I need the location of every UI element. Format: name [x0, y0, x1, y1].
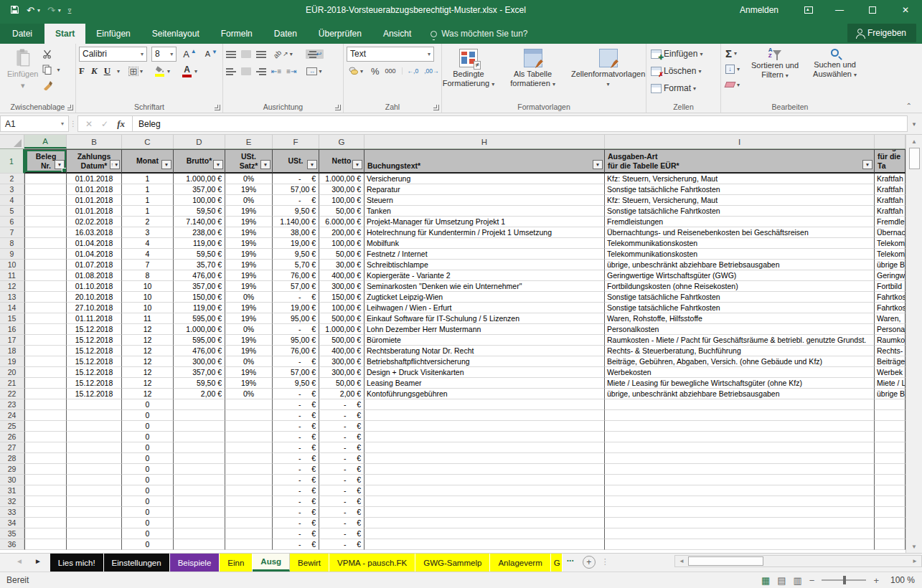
column-header-partial[interactable]: [875, 135, 905, 148]
cell[interactable]: 9,50 €: [273, 378, 319, 389]
cell[interactable]: [24, 518, 67, 528]
cell[interactable]: [24, 464, 67, 475]
cell[interactable]: [24, 249, 67, 260]
cell[interactable]: 19%: [225, 206, 273, 217]
cell[interactable]: Kraftfah: [875, 195, 905, 206]
cell[interactable]: [875, 539, 905, 550]
cell[interactable]: 595,00 €: [174, 335, 225, 346]
cell[interactable]: [225, 421, 273, 432]
row-header-13[interactable]: 13: [0, 292, 24, 303]
cell[interactable]: [67, 399, 122, 410]
filter-button-icon[interactable]: ▼: [862, 160, 872, 169]
cell[interactable]: 20.10.2018: [67, 292, 122, 303]
row-header-29[interactable]: 29: [0, 464, 24, 475]
new-sheet-button[interactable]: +: [583, 556, 596, 569]
cell[interactable]: 02.02.2018: [67, 217, 122, 227]
cell[interactable]: 01.01.2018: [67, 174, 122, 184]
cell[interactable]: 0%: [225, 174, 273, 184]
sheet-tab-einstellungen[interactable]: Einstellungen: [104, 554, 170, 572]
row-header-31[interactable]: 31: [0, 485, 24, 496]
cell[interactable]: [24, 324, 67, 335]
cell[interactable]: 238,00 €: [174, 227, 225, 238]
row-header-26[interactable]: 26: [0, 432, 24, 442]
cell[interactable]: 12: [122, 367, 174, 378]
cell[interactable]: 0: [122, 507, 174, 518]
cell[interactable]: [174, 421, 225, 432]
conditional-formatting-button[interactable]: ≠ BedingteFormatierung ▾: [438, 46, 499, 101]
cell[interactable]: [225, 432, 273, 442]
cell[interactable]: [875, 453, 905, 464]
cell[interactable]: 01.01.2018: [67, 184, 122, 195]
row-header-11[interactable]: 11: [0, 270, 24, 281]
insert-cells-button[interactable]: ✚Einfügen▾: [649, 47, 718, 61]
cell[interactable]: [174, 507, 225, 518]
cell[interactable]: 15.12.2018: [67, 324, 122, 335]
row-header-28[interactable]: 28: [0, 453, 24, 464]
font-dialog-launcher[interactable]: [215, 105, 220, 110]
cell[interactable]: 1.000,00 €: [174, 174, 225, 184]
cell[interactable]: Fahrtkos: [875, 292, 905, 303]
cell[interactable]: 01.04.2018: [67, 238, 122, 249]
cell[interactable]: [875, 507, 905, 518]
cell[interactable]: 19,00 €: [273, 238, 319, 249]
cell[interactable]: Schreibtischlampe: [364, 260, 605, 270]
cell[interactable]: [24, 432, 67, 442]
cell[interactable]: [174, 485, 225, 496]
cell[interactable]: 19%: [225, 227, 273, 238]
cell[interactable]: Fahrtkos: [875, 303, 905, 313]
comma-style-icon[interactable]: 000: [385, 67, 396, 75]
row-header-22[interactable]: 22: [0, 389, 24, 399]
format-painter-icon[interactable]: [42, 79, 60, 92]
cell[interactable]: [67, 410, 122, 421]
column-header-H[interactable]: H: [364, 135, 605, 148]
row-header-17[interactable]: 17: [0, 335, 24, 346]
row-header-35[interactable]: 35: [0, 528, 24, 539]
tab-daten[interactable]: Daten: [263, 24, 308, 44]
cell[interactable]: Seminarkosten "Denken wie ein Unternehme…: [364, 281, 605, 292]
cell[interactable]: 357,00 €: [174, 367, 225, 378]
cell[interactable]: 16.03.2018: [67, 227, 122, 238]
row-header-19[interactable]: 19: [0, 356, 24, 367]
cell[interactable]: übrige B: [875, 260, 905, 270]
cell[interactable]: - €: [273, 442, 319, 453]
vertical-scroll-thumb[interactable]: [909, 148, 920, 169]
cell[interactable]: 19%: [225, 303, 273, 313]
cell[interactable]: Geringwertige Wirtschaftsgüter (GWG): [605, 270, 875, 281]
cell[interactable]: [174, 496, 225, 507]
minimize-button[interactable]: —: [823, 0, 856, 20]
cell[interactable]: - €: [319, 442, 364, 453]
horizontal-scrollbar[interactable]: ◄ ►: [674, 555, 922, 567]
cell[interactable]: [225, 485, 273, 496]
cell[interactable]: [24, 346, 67, 356]
cell[interactable]: Raumko: [875, 335, 905, 346]
cell[interactable]: 59,50 €: [174, 249, 225, 260]
number-dialog-launcher[interactable]: [433, 105, 439, 110]
cell[interactable]: 15.12.2018: [67, 389, 122, 399]
row-header-14[interactable]: 14: [0, 303, 24, 313]
cell[interactable]: [67, 464, 122, 475]
cell[interactable]: 57,00 €: [273, 281, 319, 292]
cell[interactable]: 8: [122, 270, 174, 281]
cell[interactable]: - €: [319, 453, 364, 464]
cell[interactable]: 1: [122, 174, 174, 184]
sheet-tab-g[interactable]: G: [551, 554, 563, 572]
maximize-button[interactable]: [856, 0, 889, 20]
cell[interactable]: [67, 485, 122, 496]
header-cell[interactable]: ZahlungsDatum*↑▼: [67, 149, 122, 174]
cell[interactable]: Telekom: [875, 249, 905, 260]
cell[interactable]: 3: [122, 227, 174, 238]
underline-button[interactable]: U: [104, 65, 110, 77]
cell[interactable]: [605, 464, 875, 475]
cell[interactable]: - €: [273, 475, 319, 485]
insert-function-icon[interactable]: fx: [117, 118, 125, 130]
cell[interactable]: 9,50 €: [273, 206, 319, 217]
align-right-icon[interactable]: [256, 67, 266, 75]
cell[interactable]: [24, 335, 67, 346]
cell[interactable]: [875, 518, 905, 528]
cell[interactable]: 95,00 €: [273, 313, 319, 324]
cell[interactable]: [24, 485, 67, 496]
cell[interactable]: [24, 507, 67, 518]
row-header-4[interactable]: 4: [0, 195, 24, 206]
cell[interactable]: [67, 507, 122, 518]
cell[interactable]: [364, 539, 605, 550]
